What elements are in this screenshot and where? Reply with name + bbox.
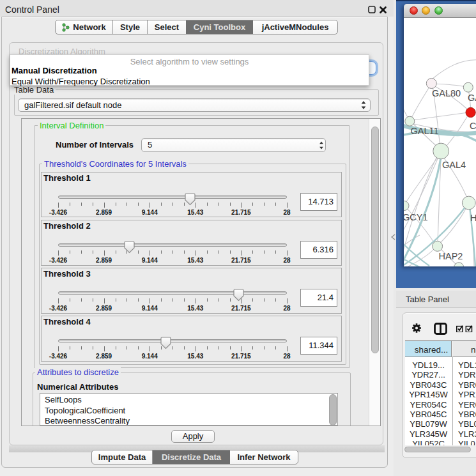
svg-text:GAL11: GAL11 <box>411 126 439 136</box>
svg-text:H: H <box>470 213 476 223</box>
svg-text:HAP2: HAP2 <box>439 251 463 261</box>
svg-text:C: C <box>470 121 476 131</box>
svg-text:GAL80: GAL80 <box>432 88 461 98</box>
svg-text:GA: GA <box>468 93 476 103</box>
svg-text:GCY1: GCY1 <box>404 212 428 222</box>
svg-text:GAL4: GAL4 <box>442 160 466 170</box>
